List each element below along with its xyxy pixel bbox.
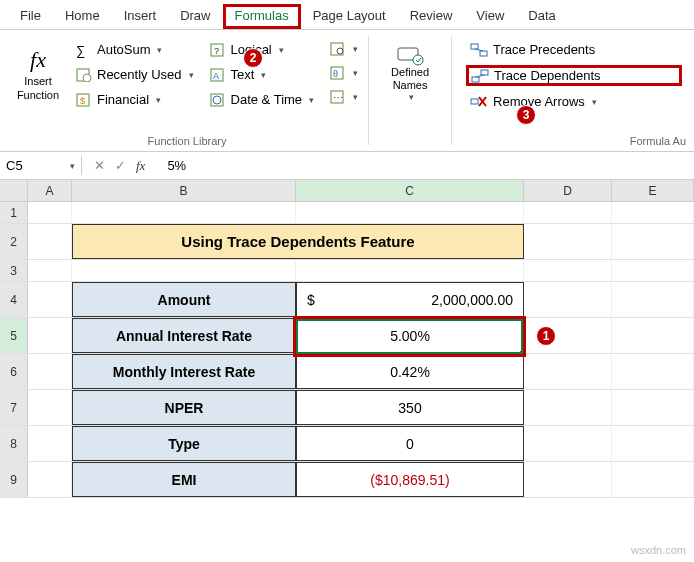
chevron-down-icon: ▾ [353,92,358,102]
financial-button[interactable]: $ Financial▾ [72,90,198,109]
svg-point-17 [413,55,423,65]
cancel-icon[interactable]: ✕ [94,158,105,173]
fx-icon: fx [30,47,46,73]
col-header-D[interactable]: D [524,180,612,201]
trace-dependents-icon [471,69,489,83]
chevron-down-icon: ▾ [353,68,358,78]
financial-icon: $ [76,93,92,107]
value-type[interactable]: 0 [296,426,524,461]
defined-names-button[interactable]: Defined Names ▾ [379,36,441,110]
label-annual-rate[interactable]: Annual Interest Rate [72,318,296,353]
callout-badge-2: 2 [243,48,263,68]
svg-rect-18 [471,44,478,49]
insert-function-button[interactable]: fx Insert Function [8,36,68,113]
chevron-down-icon: ▾ [309,95,314,105]
name-box[interactable]: C5 ▾ [0,156,82,175]
svg-text:⋯: ⋯ [333,92,343,103]
tab-page-layout[interactable]: Page Layout [301,4,398,29]
tab-draw[interactable]: Draw [168,4,222,29]
tab-view[interactable]: View [464,4,516,29]
tab-insert[interactable]: Insert [112,4,169,29]
function-library-label: Function Library [8,133,366,149]
date-time-button[interactable]: Date & Time▾ [206,90,319,109]
col-header-A[interactable]: A [28,180,72,201]
ribbon-tabs: File Home Insert Draw Formulas Page Layo… [0,0,694,30]
select-all-corner[interactable] [0,180,28,201]
tab-file[interactable]: File [8,4,53,29]
chevron-down-icon: ▾ [279,45,284,55]
value-emi[interactable]: ($10,869.51) [296,462,524,497]
chevron-down-icon: ▾ [189,70,194,80]
grid: 1 2 Using Trace Dependents Feature 3 4 A… [0,202,694,498]
svg-rect-21 [472,77,479,82]
svg-line-20 [475,49,483,51]
value-nper[interactable]: 350 [296,390,524,425]
label-amount[interactable]: Amount [72,282,296,317]
clock-icon [210,93,226,107]
math-trig-button[interactable]: θ ▾ [326,64,362,82]
recent-icon [76,68,92,82]
remove-arrows-icon [470,95,488,109]
lookup-icon [330,42,346,56]
row-header-9[interactable]: 9 [0,462,28,497]
svg-rect-19 [480,51,487,56]
value-amount[interactable]: $2,000,000.00 [296,282,524,317]
fx-icon[interactable]: fx [136,158,145,174]
label-type[interactable]: Type [72,426,296,461]
col-header-C[interactable]: C [296,180,524,201]
label-emi[interactable]: EMI [72,462,296,497]
name-tag-icon [396,44,424,66]
row-header-3[interactable]: 3 [0,260,28,281]
row-header-4[interactable]: 4 [0,282,28,317]
svg-line-23 [476,75,484,77]
text-button[interactable]: A Text▾ [206,65,319,84]
fill-handle[interactable] [520,351,526,357]
chevron-down-icon: ▾ [70,161,75,171]
value-annual-rate[interactable]: 5.00% [296,318,524,353]
more-icon: ⋯ [330,90,346,104]
chevron-down-icon: ▾ [353,44,358,54]
chevron-down-icon: ▾ [156,95,161,105]
confirm-icon[interactable]: ✓ [115,158,126,173]
trace-dependents-button[interactable]: Trace Dependents [466,65,682,86]
callout-badge-3: 3 [516,105,536,125]
autosum-button[interactable]: ∑ AutoSum▾ [72,40,198,59]
label-nper[interactable]: NPER [72,390,296,425]
callout-badge-1: 1 [536,326,556,346]
formula-input[interactable]: 5% [157,158,196,173]
row-header-2[interactable]: 2 [0,224,28,259]
label-monthly-rate[interactable]: Monthly Interest Rate [72,354,296,389]
svg-text:A: A [213,71,219,81]
tab-home[interactable]: Home [53,4,112,29]
tab-review[interactable]: Review [398,4,465,29]
col-header-B[interactable]: B [72,180,296,201]
recently-used-button[interactable]: Recently Used▾ [72,65,198,84]
row-header-5[interactable]: 5 [0,318,28,353]
theta-icon: θ [330,66,346,80]
chevron-down-icon: ▾ [261,70,266,80]
trace-precedents-button[interactable]: Trace Precedents [466,40,682,59]
tab-formulas[interactable]: Formulas [223,4,301,29]
lookup-button[interactable]: ▾ [326,40,362,58]
more-functions-button[interactable]: ⋯ ▾ [326,88,362,106]
svg-point-1 [83,74,91,82]
row-header-7[interactable]: 7 [0,390,28,425]
title-cell[interactable]: Using Trace Dependents Feature [72,224,524,259]
row-header-1[interactable]: 1 [0,202,28,223]
tab-data[interactable]: Data [516,4,567,29]
sigma-icon: ∑ [76,43,92,57]
formula-bar: C5 ▾ ✕ ✓ fx 5% [0,152,694,180]
remove-arrows-button[interactable]: Remove Arrows▾ [466,92,682,111]
col-header-E[interactable]: E [612,180,694,201]
svg-point-11 [337,48,343,54]
chevron-down-icon: ▾ [592,97,597,107]
row-header-6[interactable]: 6 [0,354,28,389]
formula-auditing-label: Formula Au [462,133,686,149]
svg-point-9 [213,96,221,104]
chevron-down-icon: ▾ [157,45,162,55]
logical-icon: ? [210,43,226,57]
value-monthly-rate[interactable]: 0.42% [296,354,524,389]
column-headers: A B C D E [0,180,694,202]
row-header-8[interactable]: 8 [0,426,28,461]
text-icon: A [210,68,226,82]
